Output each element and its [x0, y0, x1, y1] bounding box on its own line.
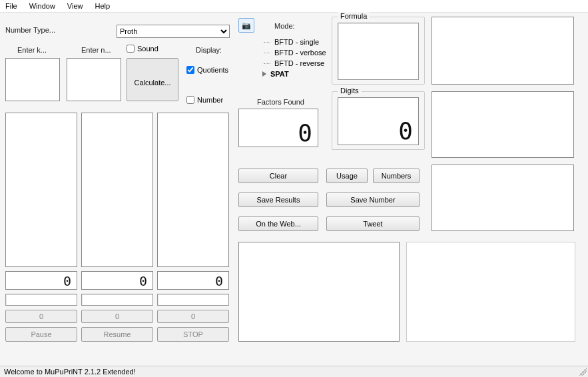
digits-group: Digits 0 [332, 91, 425, 150]
stop-button[interactable]: STOP [157, 327, 229, 342]
camera-button[interactable]: 📷 [238, 18, 254, 33]
save-number-button[interactable]: Save Number [326, 192, 420, 207]
display-title: Display: [196, 46, 222, 54]
menu-help[interactable]: Help [95, 2, 111, 10]
mode-item-spat[interactable]: SPAT [253, 69, 340, 79]
resize-grip-icon[interactable] [579, 368, 587, 376]
formula-box[interactable] [338, 23, 419, 80]
menu-view[interactable]: View [67, 2, 83, 10]
status-text: Welcome to MuPuPriNT 2.1.2 Extended! [4, 368, 136, 376]
resume-button[interactable]: Resume [81, 327, 153, 342]
status-bar: Welcome to MuPuPriNT 2.1.2 Extended! [0, 366, 588, 377]
enter-n-input[interactable] [67, 58, 121, 101]
progress-3 [157, 294, 229, 306]
calculate-button[interactable]: Calculate... [127, 58, 178, 101]
on-the-web-button[interactable]: On the Web... [238, 216, 318, 231]
digit-box-3: 0 [157, 271, 229, 290]
usage-button[interactable]: Usage [326, 169, 368, 183]
numbers-button[interactable]: Numbers [373, 169, 420, 183]
number-type-select[interactable]: Proth [117, 25, 230, 38]
mode-title: Mode: [274, 22, 295, 30]
mode-item-reverse[interactable]: BFTD - reverse [253, 58, 340, 69]
list-col-2[interactable] [81, 113, 153, 267]
right-panel-1[interactable] [432, 17, 574, 85]
tree-arrow-icon [262, 71, 266, 77]
formula-legend: Formula [338, 12, 370, 20]
tweet-button[interactable]: Tweet [326, 216, 420, 231]
formula-group: Formula [332, 17, 425, 85]
clear-button[interactable]: Clear [238, 169, 318, 183]
sound-label: Sound [137, 45, 158, 53]
list-col-3[interactable] [157, 113, 229, 267]
factors-title: Factors Found [257, 98, 304, 106]
quotients-label: Quotients [197, 66, 228, 74]
tree-dash-icon [264, 53, 270, 53]
digits-legend: Digits [338, 87, 362, 95]
tree-dash-icon [264, 63, 270, 64]
output-panel-lower-left[interactable] [238, 242, 400, 342]
mode-tree: BFTD - single BFTD - verbose BFTD - reve… [253, 31, 340, 79]
enter-k-input[interactable] [5, 58, 60, 101]
tree-dash-icon [264, 42, 270, 43]
pause-button[interactable]: Pause [5, 327, 77, 342]
enter-n-label: Enter n... [81, 46, 111, 54]
save-results-button[interactable]: Save Results [238, 192, 318, 207]
number-type-label: Number Type... [5, 26, 55, 34]
counter-3: 0 [157, 310, 229, 323]
mode-item-single[interactable]: BFTD - single [253, 37, 340, 47]
factors-display: 0 [238, 109, 318, 147]
sound-checkbox[interactable]: Sound [127, 45, 158, 53]
digit-box-2: 0 [81, 271, 153, 290]
right-panel-2[interactable] [432, 91, 574, 158]
digits-display: 0 [338, 97, 419, 145]
counter-1: 0 [5, 310, 77, 323]
number-checkbox[interactable]: Number [186, 96, 223, 104]
mode-item-verbose[interactable]: BFTD - verbose [253, 47, 340, 58]
camera-icon: 📷 [242, 21, 251, 30]
right-panel-lower[interactable] [406, 242, 575, 342]
counter-2: 0 [81, 310, 153, 323]
menu-file[interactable]: File [5, 2, 17, 10]
menubar: File Window View Help [0, 0, 588, 13]
list-col-1[interactable] [5, 113, 77, 267]
digit-box-1: 0 [5, 271, 77, 290]
enter-k-label: Enter k... [17, 46, 47, 54]
number-label: Number [197, 96, 223, 104]
right-panel-3[interactable] [432, 165, 574, 231]
menu-window[interactable]: Window [29, 2, 55, 10]
quotients-checkbox[interactable]: Quotients [186, 66, 228, 74]
progress-2 [81, 294, 153, 306]
progress-1 [5, 294, 77, 306]
